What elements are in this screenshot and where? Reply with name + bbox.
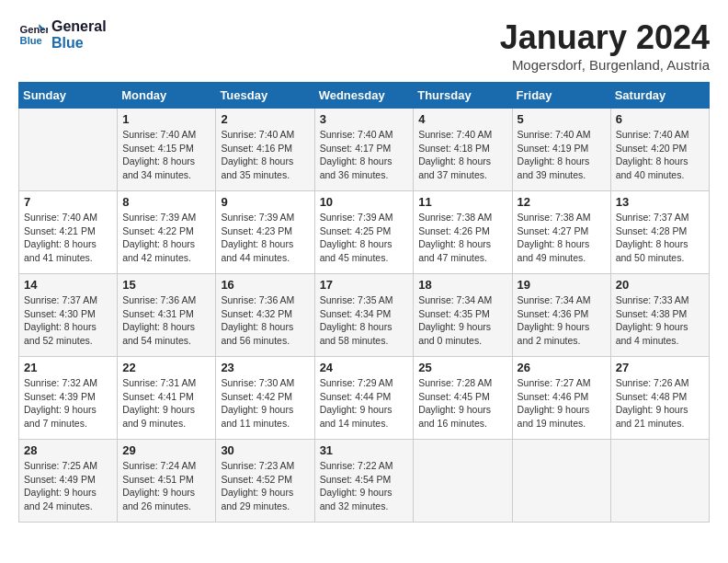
day-info: Sunrise: 7:27 AMSunset: 4:46 PMDaylight:… xyxy=(518,376,606,431)
calendar-cell: 16Sunrise: 7:36 AMSunset: 4:32 PMDayligh… xyxy=(216,274,314,357)
calendar-cell: 3Sunrise: 7:40 AMSunset: 4:17 PMDaylight… xyxy=(314,109,414,191)
calendar-cell: 19Sunrise: 7:34 AMSunset: 4:36 PMDayligh… xyxy=(512,274,610,357)
day-info: Sunrise: 7:34 AMSunset: 4:35 PMDaylight:… xyxy=(418,293,506,348)
calendar-cell: 25Sunrise: 7:28 AMSunset: 4:45 PMDayligh… xyxy=(414,357,512,440)
day-number: 29 xyxy=(122,443,210,457)
day-number: 23 xyxy=(221,361,309,374)
logo-general: General xyxy=(51,18,107,35)
day-number: 25 xyxy=(418,361,506,374)
day-info: Sunrise: 7:40 AMSunset: 4:17 PMDaylight:… xyxy=(320,128,409,182)
weekday-header-thursday: Thursday xyxy=(414,83,512,109)
calendar-subtitle: Mogersdorf, Burgenland, Austria xyxy=(500,57,710,73)
day-number: 19 xyxy=(518,278,606,292)
day-info: Sunrise: 7:40 AMSunset: 4:21 PMDaylight:… xyxy=(24,211,112,265)
day-number: 18 xyxy=(418,278,506,292)
week-row-4: 21Sunrise: 7:32 AMSunset: 4:39 PMDayligh… xyxy=(19,357,710,440)
page-header: General Blue General Blue January 2024 M… xyxy=(18,18,710,73)
calendar-cell: 18Sunrise: 7:34 AMSunset: 4:35 PMDayligh… xyxy=(414,274,512,357)
day-info: Sunrise: 7:23 AMSunset: 4:52 PMDaylight:… xyxy=(221,459,309,513)
day-number: 24 xyxy=(320,361,409,374)
week-row-5: 28Sunrise: 7:25 AMSunset: 4:49 PMDayligh… xyxy=(19,440,710,523)
calendar-cell xyxy=(19,109,118,191)
calendar-cell: 10Sunrise: 7:39 AMSunset: 4:25 PMDayligh… xyxy=(314,191,414,274)
day-info: Sunrise: 7:37 AMSunset: 4:30 PMDaylight:… xyxy=(24,293,112,348)
calendar-cell: 27Sunrise: 7:26 AMSunset: 4:48 PMDayligh… xyxy=(610,357,709,440)
day-number: 6 xyxy=(616,112,704,126)
calendar-cell: 22Sunrise: 7:31 AMSunset: 4:41 PMDayligh… xyxy=(118,357,216,440)
calendar-table: SundayMondayTuesdayWednesdayThursdayFrid… xyxy=(18,82,710,523)
calendar-cell: 23Sunrise: 7:30 AMSunset: 4:42 PMDayligh… xyxy=(216,357,314,440)
svg-text:Blue: Blue xyxy=(20,35,42,46)
calendar-cell: 28Sunrise: 7:25 AMSunset: 4:49 PMDayligh… xyxy=(19,440,118,523)
day-number: 20 xyxy=(616,278,704,292)
day-info: Sunrise: 7:26 AMSunset: 4:48 PMDaylight:… xyxy=(616,376,704,431)
day-info: Sunrise: 7:28 AMSunset: 4:45 PMDaylight:… xyxy=(418,376,506,431)
calendar-cell xyxy=(512,440,610,523)
day-number: 30 xyxy=(221,443,309,457)
day-info: Sunrise: 7:40 AMSunset: 4:15 PMDaylight:… xyxy=(122,128,210,182)
week-row-2: 7Sunrise: 7:40 AMSunset: 4:21 PMDaylight… xyxy=(19,191,710,274)
weekday-header-tuesday: Tuesday xyxy=(216,83,314,109)
day-number: 28 xyxy=(24,443,112,457)
weekday-header-monday: Monday xyxy=(118,83,216,109)
day-number: 13 xyxy=(616,195,704,209)
day-number: 14 xyxy=(24,278,112,292)
day-info: Sunrise: 7:38 AMSunset: 4:27 PMDaylight:… xyxy=(518,211,606,265)
calendar-cell: 15Sunrise: 7:36 AMSunset: 4:31 PMDayligh… xyxy=(118,274,216,357)
day-info: Sunrise: 7:40 AMSunset: 4:19 PMDaylight:… xyxy=(518,128,606,182)
calendar-cell: 7Sunrise: 7:40 AMSunset: 4:21 PMDaylight… xyxy=(19,191,118,274)
calendar-cell: 6Sunrise: 7:40 AMSunset: 4:20 PMDaylight… xyxy=(610,109,709,191)
day-number: 31 xyxy=(320,443,409,457)
calendar-cell: 26Sunrise: 7:27 AMSunset: 4:46 PMDayligh… xyxy=(512,357,610,440)
day-number: 27 xyxy=(616,361,704,374)
day-number: 2 xyxy=(221,112,309,126)
day-info: Sunrise: 7:24 AMSunset: 4:51 PMDaylight:… xyxy=(122,459,210,513)
calendar-cell: 31Sunrise: 7:22 AMSunset: 4:54 PMDayligh… xyxy=(314,440,414,523)
day-number: 16 xyxy=(221,278,309,292)
calendar-cell: 29Sunrise: 7:24 AMSunset: 4:51 PMDayligh… xyxy=(118,440,216,523)
day-info: Sunrise: 7:40 AMSunset: 4:20 PMDaylight:… xyxy=(616,128,704,182)
day-info: Sunrise: 7:35 AMSunset: 4:34 PMDaylight:… xyxy=(320,293,409,348)
day-number: 3 xyxy=(320,112,409,126)
week-row-3: 14Sunrise: 7:37 AMSunset: 4:30 PMDayligh… xyxy=(19,274,710,357)
day-number: 4 xyxy=(418,112,506,126)
day-info: Sunrise: 7:38 AMSunset: 4:26 PMDaylight:… xyxy=(418,211,506,265)
day-number: 1 xyxy=(122,112,210,126)
calendar-cell xyxy=(414,440,512,523)
calendar-cell: 11Sunrise: 7:38 AMSunset: 4:26 PMDayligh… xyxy=(414,191,512,274)
day-info: Sunrise: 7:25 AMSunset: 4:49 PMDaylight:… xyxy=(24,459,112,513)
weekday-header-saturday: Saturday xyxy=(610,83,709,109)
day-info: Sunrise: 7:29 AMSunset: 4:44 PMDaylight:… xyxy=(320,376,409,431)
calendar-cell: 12Sunrise: 7:38 AMSunset: 4:27 PMDayligh… xyxy=(512,191,610,274)
day-info: Sunrise: 7:39 AMSunset: 4:25 PMDaylight:… xyxy=(320,211,409,265)
calendar-cell: 13Sunrise: 7:37 AMSunset: 4:28 PMDayligh… xyxy=(610,191,709,274)
day-info: Sunrise: 7:37 AMSunset: 4:28 PMDaylight:… xyxy=(616,211,704,265)
weekday-header-row: SundayMondayTuesdayWednesdayThursdayFrid… xyxy=(19,83,710,109)
day-info: Sunrise: 7:39 AMSunset: 4:23 PMDaylight:… xyxy=(221,211,309,265)
day-info: Sunrise: 7:34 AMSunset: 4:36 PMDaylight:… xyxy=(518,293,606,348)
logo-blue: Blue xyxy=(51,35,107,52)
day-info: Sunrise: 7:31 AMSunset: 4:41 PMDaylight:… xyxy=(122,376,210,431)
day-number: 9 xyxy=(221,195,309,209)
day-number: 26 xyxy=(518,361,606,374)
day-number: 5 xyxy=(518,112,606,126)
calendar-cell: 24Sunrise: 7:29 AMSunset: 4:44 PMDayligh… xyxy=(314,357,414,440)
calendar-cell: 5Sunrise: 7:40 AMSunset: 4:19 PMDaylight… xyxy=(512,109,610,191)
weekday-header-friday: Friday xyxy=(512,83,610,109)
weekday-header-wednesday: Wednesday xyxy=(314,83,414,109)
day-number: 7 xyxy=(24,195,112,209)
day-number: 22 xyxy=(122,361,210,374)
calendar-cell: 4Sunrise: 7:40 AMSunset: 4:18 PMDaylight… xyxy=(414,109,512,191)
calendar-cell: 8Sunrise: 7:39 AMSunset: 4:22 PMDaylight… xyxy=(118,191,216,274)
day-number: 21 xyxy=(24,361,112,374)
day-number: 8 xyxy=(122,195,210,209)
day-info: Sunrise: 7:36 AMSunset: 4:31 PMDaylight:… xyxy=(122,293,210,348)
day-number: 10 xyxy=(320,195,409,209)
day-number: 17 xyxy=(320,278,409,292)
day-number: 12 xyxy=(518,195,606,209)
day-info: Sunrise: 7:32 AMSunset: 4:39 PMDaylight:… xyxy=(24,376,112,431)
calendar-cell: 17Sunrise: 7:35 AMSunset: 4:34 PMDayligh… xyxy=(314,274,414,357)
day-info: Sunrise: 7:33 AMSunset: 4:38 PMDaylight:… xyxy=(616,293,704,348)
calendar-cell: 30Sunrise: 7:23 AMSunset: 4:52 PMDayligh… xyxy=(216,440,314,523)
day-info: Sunrise: 7:40 AMSunset: 4:16 PMDaylight:… xyxy=(221,128,309,182)
